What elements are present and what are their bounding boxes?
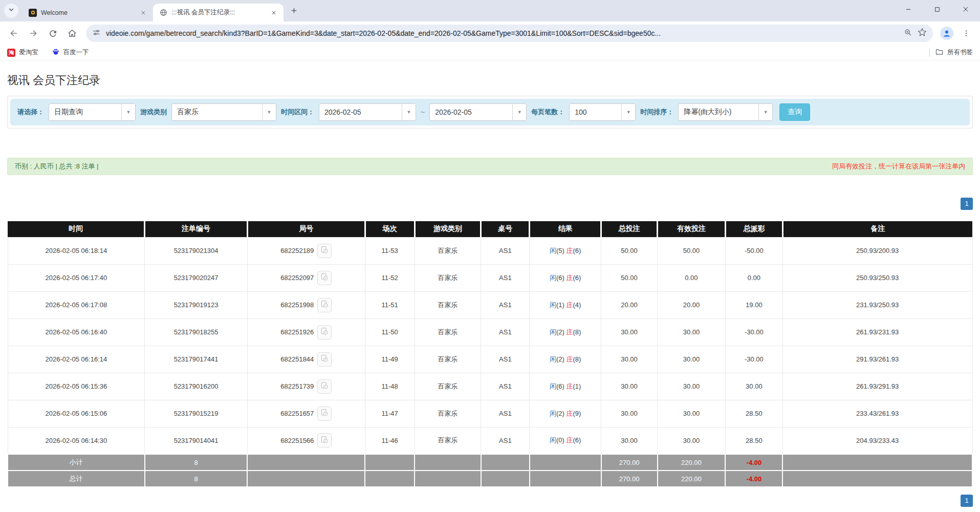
col-game-kind: 游戏类别 (415, 221, 481, 237)
result-cell: 闲(1) 庄(4) (530, 291, 601, 318)
zoom-icon[interactable] (904, 28, 912, 39)
table-no-cell: AS1 (481, 346, 530, 373)
video-replay-button[interactable] (317, 325, 332, 339)
bookmark-baidu[interactable]: 百度一下 (52, 48, 89, 57)
minimize-button[interactable] (894, 0, 923, 18)
table-row: 2026-02-05 06:18:14523179021304682252189… (8, 237, 972, 264)
table-no-cell: AS1 (481, 400, 530, 427)
date-end-select[interactable]: 2026-02-05 ▼ (429, 103, 527, 121)
total-bet-cell[interactable]: 30.00 (601, 373, 658, 400)
result-player-count: (1) (556, 301, 564, 309)
video-replay-button[interactable] (317, 352, 332, 367)
note-cell: 261.93/291.93 (782, 373, 972, 400)
query-type-select[interactable]: 日期查询 ▼ (49, 103, 136, 121)
result-player: 闲 (550, 328, 556, 336)
result-cell: 闲(0) 庄(6) (530, 427, 601, 454)
page-number-button[interactable]: 1 (961, 198, 973, 210)
page-title: 视讯 会员下注纪录 (7, 73, 973, 88)
date-start-select[interactable]: 2026-02-05 ▼ (319, 103, 416, 121)
home-button[interactable] (63, 25, 81, 42)
page-number-button[interactable]: 1 (961, 495, 973, 507)
all-bookmarks-button[interactable]: 所有书签 (935, 48, 973, 58)
result-banker-count: (6) (573, 247, 581, 254)
tab-search-button[interactable] (4, 4, 18, 18)
date-range-label: 时间区间： (281, 108, 314, 117)
game-kind-cell: 百家乐 (415, 291, 481, 318)
note-cell: 250.93/250.93 (782, 264, 972, 291)
result-player-count: (6) (556, 382, 564, 390)
video-replay-button[interactable] (317, 407, 332, 421)
bookmark-star-icon[interactable] (918, 28, 927, 39)
total-bet-cell[interactable]: 30.00 (601, 400, 658, 427)
note-cell: 291.93/261.93 (782, 346, 972, 373)
forward-button[interactable] (25, 25, 42, 42)
bet-id-cell: 523179019123 (145, 291, 248, 318)
url-text[interactable]: videoie.com/game/betrecord_search/kind3?… (106, 29, 899, 37)
close-window-button[interactable] (951, 0, 980, 18)
tab-welcome[interactable]: Welcome (23, 4, 153, 22)
chevron-down-icon: ▼ (758, 104, 772, 120)
tab-close-icon[interactable] (269, 8, 278, 17)
video-replay-button[interactable] (317, 379, 332, 394)
maximize-button[interactable] (923, 0, 951, 18)
result-banker: 庄 (566, 410, 573, 417)
query-type-value: 日期查询 (49, 108, 121, 117)
game-kind-value: 百家乐 (172, 108, 262, 117)
baidu-paw-icon (52, 48, 60, 57)
col-table-no: 桌号 (481, 221, 530, 237)
result-player: 闲 (550, 355, 556, 363)
total-bet-cell[interactable]: 50.00 (601, 264, 658, 291)
result-banker: 庄 (566, 328, 573, 336)
col-time: 时间 (8, 221, 145, 237)
address-bar[interactable]: videoie.com/game/betrecord_search/kind3?… (86, 25, 933, 42)
total-bet-cell[interactable]: 30.00 (601, 346, 658, 373)
payout-cell: -30.00 (725, 318, 782, 346)
session-cell: 11-46 (365, 427, 415, 454)
result-banker: 庄 (566, 436, 573, 444)
bookmark-taobao[interactable]: 淘 爱淘宝 (7, 48, 38, 57)
bet-id-cell: 523179017441 (145, 346, 248, 373)
total-bet-cell[interactable]: 20.00 (601, 291, 658, 318)
bookmark-label: 爱淘宝 (19, 48, 38, 57)
total-bet-cell[interactable]: 50.00 (601, 237, 658, 264)
date-start-value: 2026-02-05 (319, 108, 402, 116)
video-replay-button[interactable] (317, 271, 332, 285)
game-kind-select[interactable]: 百家乐 ▼ (171, 103, 276, 121)
col-result: 结果 (530, 221, 601, 237)
video-replay-button[interactable] (317, 298, 332, 312)
note-cell: 250.93/200.93 (782, 237, 972, 264)
profile-avatar[interactable] (940, 27, 953, 40)
tab-bet-records[interactable]: :::视讯 会员下注纪录::: (153, 4, 284, 22)
session-cell: 11-51 (365, 291, 415, 318)
total-bet-cell[interactable]: 30.00 (601, 318, 658, 346)
video-replay-button[interactable] (317, 433, 332, 447)
date-end-value: 2026-02-05 (430, 108, 512, 116)
result-banker-count: (6) (573, 274, 581, 282)
site-info-icon[interactable] (92, 28, 101, 39)
tab-close-icon[interactable] (139, 8, 148, 17)
search-button[interactable]: 查询 (779, 103, 810, 121)
session-cell: 11-49 (365, 346, 415, 373)
sort-value: 降幂(由大到小) (679, 108, 758, 117)
bet-time-cell: 2026-02-05 06:15:06 (8, 400, 145, 427)
result-banker: 庄 (566, 274, 573, 282)
game-kind-cell: 百家乐 (415, 264, 481, 291)
video-replay-button[interactable] (317, 244, 332, 258)
video-icon (320, 300, 329, 310)
round-cell: 682251926 (247, 318, 365, 346)
menu-dots-icon[interactable] (957, 25, 975, 42)
refresh-button[interactable] (44, 25, 61, 42)
game-kind-cell: 百家乐 (415, 400, 481, 427)
select-type-label: 请选择： (17, 108, 44, 117)
back-button[interactable] (5, 25, 23, 42)
round-id: 682252097 (280, 274, 314, 282)
col-valid-bet: 有效投注 (658, 221, 726, 237)
all-bookmarks-label: 所有书签 (947, 48, 973, 57)
video-icon (320, 273, 329, 283)
sort-select[interactable]: 降幂(由大到小) ▼ (678, 103, 773, 121)
total-bet-cell[interactable]: 30.00 (601, 427, 658, 454)
per-page-select[interactable]: 100 ▼ (569, 103, 636, 121)
video-icon (320, 354, 329, 364)
new-tab-button[interactable] (287, 4, 301, 18)
round-id: 682251926 (280, 328, 314, 336)
